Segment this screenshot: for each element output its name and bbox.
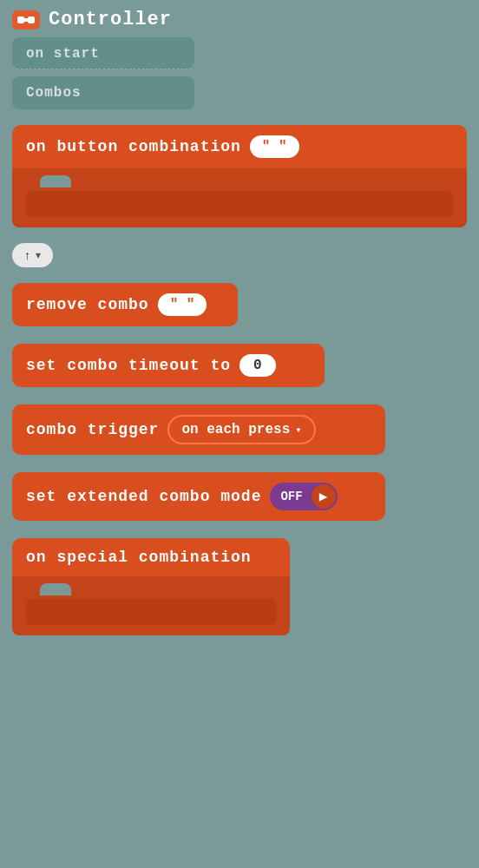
on-button-combination-block: on button combination " " [12,125,467,227]
combo-trigger-row: combo trigger on each press ▾ [12,404,385,455]
set-combo-timeout-row: set combo timeout to 0 [12,344,325,387]
off-toggle[interactable]: OFF ▶ [270,483,337,510]
combo-trigger-label: combo trigger [26,421,159,438]
set-combo-timeout-label: set combo timeout to [26,357,231,374]
header: Controller [0,0,479,30]
set-combo-timeout-value[interactable]: 0 [240,354,276,377]
on-special-combination-body [12,576,290,635]
combo-trigger-block: combo trigger on each press ▾ [12,404,385,455]
set-extended-combo-label: set extended combo mode [26,488,261,505]
on-special-combination-block: on special combination [12,538,290,635]
chevron-down-icon: ▾ [36,249,41,261]
set-extended-combo-row: set extended combo mode OFF ▶ [12,472,385,521]
svg-rect-0 [17,16,24,23]
set-extended-combo-block: set extended combo mode OFF ▶ [12,472,385,521]
inner-notch [26,175,453,187]
inner-notch-special [26,583,276,595]
on-special-combination-row: on special combination [12,538,290,576]
on-start-label: on start [26,46,100,62]
on-button-combination-label: on button combination [26,138,241,155]
combos-block: Combos [12,76,194,109]
header-title: Controller [49,9,172,30]
on-button-combination-row: on button combination " " [12,125,467,168]
on-start-block: on start [12,37,194,69]
arrow-up-button[interactable]: ↑ ▾ [12,243,53,267]
remove-combo-value[interactable]: " " [158,293,207,316]
dropdown-caret-icon: ▾ [295,424,301,437]
svg-rect-2 [24,18,28,22]
on-each-press-dropdown[interactable]: on each press ▾ [167,415,315,444]
combos-label: Combos [26,85,82,101]
toggle-arrow-icon: ▶ [312,484,336,509]
remove-combo-row: remove combo " " [12,283,238,326]
inner-slot-special [26,599,276,625]
on-button-combination-body [12,168,467,227]
controller-icon [12,10,40,30]
set-combo-timeout-block: set combo timeout to 0 [12,344,325,387]
inner-slot [26,191,453,217]
arrow-up-icon: ↑ [24,248,30,262]
on-button-combination-value[interactable]: " " [250,135,299,158]
on-each-press-label: on each press [181,422,290,437]
remove-combo-label: remove combo [26,296,149,313]
toggle-off-label: OFF [272,486,311,507]
on-special-combination-label: on special combination [26,549,252,566]
svg-rect-1 [28,16,35,23]
remove-combo-block: remove combo " " [12,283,238,326]
